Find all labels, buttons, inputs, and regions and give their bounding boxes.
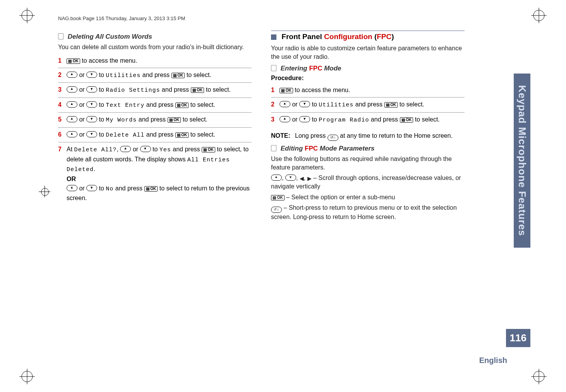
up-key-icon — [67, 72, 77, 78]
up-key-icon — [67, 101, 77, 108]
down-key-icon — [86, 72, 97, 78]
ok-key-icon: ▤ OK — [172, 73, 185, 78]
ok-key-icon: ▤ OK — [191, 87, 204, 93]
step-7: 7 At Delete All?, or to Yes and press ▤ … — [58, 142, 252, 205]
down-key-icon — [140, 146, 151, 152]
edit-intro: Use the following buttons as required wh… — [271, 155, 465, 171]
right-triangle-icon: ▶ — [307, 175, 312, 181]
up-key-icon — [280, 101, 290, 107]
intro-text: Your radio is able to customize certain … — [271, 44, 465, 61]
down-key-icon — [299, 101, 310, 107]
r-step-3: 3 or to Program Radio and press ▤ OK to … — [271, 113, 465, 127]
registration-mark-top-right — [531, 8, 547, 23]
crop-mark-left — [39, 186, 50, 197]
down-key-icon — [285, 175, 296, 181]
page-header: NAG.book Page 116 Thursday, January 3, 2… — [58, 15, 476, 21]
down-key-icon — [86, 101, 97, 108]
home-key-icon: ↺⌂ — [271, 207, 282, 213]
step-1: 1 ▤ OK to access the menu. — [58, 54, 252, 68]
step-4: 4 or to Text Entry and press ▤ OK to sel… — [58, 98, 252, 113]
registration-mark-bottom-right — [531, 369, 547, 384]
heading-fpc: Front Panel Configuration (FPC) — [271, 31, 465, 41]
left-column: Deleting All Custom Words You can delete… — [58, 29, 252, 224]
home-key-icon: ↺⌂ — [328, 135, 338, 141]
ok-key-icon: ▤ OK — [271, 195, 285, 200]
ok-key-icon: ▤ OK — [175, 132, 189, 138]
ok-key-icon: ▤ OK — [144, 186, 158, 192]
page-number: 116 — [506, 329, 530, 347]
subheading-deleting-words: Deleting All Custom Words — [58, 33, 252, 41]
ok-key-icon: ▤ OK — [280, 88, 293, 93]
r-step-2: 2 or to Utilities and press ▤ OK to sele… — [271, 98, 465, 113]
step-3: 3 or to Radio Settings and press ▤ OK to… — [58, 83, 252, 98]
up-key-icon — [67, 116, 77, 122]
r-step-1: 1 ▤ OK to access the menu. — [271, 83, 465, 98]
ok-key-icon: ▤ OK — [202, 147, 215, 152]
home-key-line: ↺⌂ – Short-press to return to previous m… — [271, 204, 465, 221]
step-6: 6 or to Delete All and press ▤ OK to sel… — [58, 128, 252, 143]
doc-icon — [58, 33, 63, 39]
registration-mark-top-left — [19, 8, 35, 23]
procedure-label: Procedure: — [271, 75, 465, 82]
note-block: NOTE: Long press ↺⌂ at any time to retur… — [271, 132, 465, 141]
up-key-icon — [280, 116, 290, 122]
nav-buttons-line: , , ◀, ▶ – Scroll through options, incre… — [271, 174, 465, 190]
up-key-icon — [67, 131, 77, 137]
right-column: Front Panel Configuration (FPC) Your rad… — [271, 29, 465, 224]
subheading-entering-fpc: Entering FPC Mode — [271, 65, 465, 72]
down-key-icon — [299, 116, 310, 122]
up-key-icon — [67, 185, 77, 191]
doc-icon — [271, 145, 276, 151]
down-key-icon — [86, 185, 97, 191]
language-label: English — [479, 356, 507, 365]
subheading-editing-fpc: Editing FPC Mode Parameters — [271, 145, 465, 152]
step-2: 2 or to Utilities and press ▤ OK to sele… — [58, 68, 252, 83]
up-key-icon — [120, 146, 131, 152]
ok-key-icon: ▤ OK — [175, 103, 189, 108]
up-key-icon — [67, 86, 77, 92]
ok-key-icon: ▤ OK — [400, 117, 413, 123]
ok-key-line: ▤ OK – Select the option or enter a sub-… — [271, 193, 465, 202]
doc-icon — [271, 65, 276, 71]
down-key-icon — [86, 131, 97, 137]
step-5: 5 or to My Words and press ▤ OK to selec… — [58, 113, 252, 128]
ok-key-icon: ▤ OK — [168, 117, 181, 123]
down-key-icon — [86, 86, 97, 92]
ok-key-icon: ▤ OK — [384, 102, 398, 108]
down-key-icon — [86, 116, 97, 122]
side-tab-title: Keypad Microphone Features — [514, 74, 530, 248]
ok-key-icon: ▤ OK — [67, 58, 80, 64]
left-triangle-icon: ◀ — [300, 175, 304, 181]
registration-mark-bottom-left — [19, 369, 35, 384]
intro-text: You can delete all custom words from you… — [58, 43, 252, 51]
up-key-icon — [271, 175, 282, 181]
